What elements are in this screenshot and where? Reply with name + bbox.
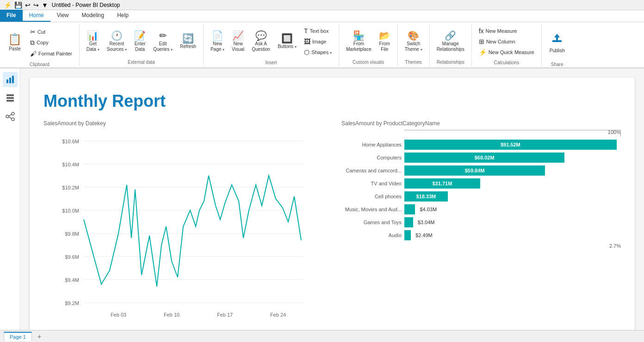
sidebar-item-model[interactable] bbox=[3, 109, 18, 124]
insert-label: Insert bbox=[206, 59, 336, 66]
tab-view[interactable]: View bbox=[50, 10, 75, 22]
bar-row-cell-phones: Cell phones $18.33M bbox=[341, 191, 621, 202]
tab-modeling[interactable]: Modeling bbox=[75, 10, 111, 22]
new-quick-measure-button[interactable]: ⚡ New Quick Measure bbox=[476, 47, 538, 57]
ask-question-button[interactable]: 💬 Ask AQuestion bbox=[248, 29, 273, 54]
paste-icon: 📋 bbox=[8, 34, 22, 45]
svg-rect-4 bbox=[6, 94, 14, 96]
sidebar-item-data[interactable] bbox=[3, 91, 18, 105]
svg-rect-2 bbox=[9, 78, 11, 83]
title-icons: ⚡ 💾 ↩ ↪ ▼ bbox=[4, 1, 48, 9]
recent-sources-button[interactable]: 🕐 RecentSources ▾ bbox=[104, 29, 130, 54]
bar-row-games: Games and Toys $3.04M bbox=[341, 217, 621, 227]
tab-file[interactable]: File bbox=[0, 10, 23, 22]
get-data-button[interactable]: 📊 GetData ▾ bbox=[83, 29, 103, 54]
from-file-button[interactable]: 📂 FromFile bbox=[376, 29, 394, 54]
charts: SalesAmount by Datekey $10.6M $10.4M $10… bbox=[43, 120, 621, 330]
text-box-icon: T bbox=[304, 27, 308, 35]
bar-row-home-appliances: Home Appliances $91.52M bbox=[341, 140, 621, 150]
external-data-group: 📊 GetData ▾ 🕐 RecentSources ▾ 📝 EnterDat… bbox=[80, 24, 204, 66]
svg-text:$9.6M: $9.6M bbox=[65, 254, 79, 260]
sidebar-item-report[interactable] bbox=[3, 72, 18, 87]
refresh-icon: 🔄 bbox=[182, 34, 194, 43]
canvas[interactable]: Monthly Report SalesAmount by Datekey $1… bbox=[20, 68, 644, 342]
themes-label: Themes bbox=[401, 59, 427, 66]
format-painter-icon: 🖌 bbox=[30, 50, 37, 57]
page-tab-1[interactable]: Page 1 bbox=[4, 332, 32, 341]
shapes-icon: ⬡ bbox=[304, 49, 310, 56]
svg-text:$10.6M: $10.6M bbox=[62, 139, 79, 144]
svg-rect-3 bbox=[12, 76, 14, 83]
shapes-button[interactable]: ⬡ Shapes ▾ bbox=[301, 47, 335, 57]
new-measure-button[interactable]: fx New Measure bbox=[476, 26, 538, 36]
marketplace-icon: 🏪 bbox=[353, 31, 365, 40]
new-page-button[interactable]: 📄 NewPage ▾ bbox=[207, 29, 228, 54]
cut-icon: ✂ bbox=[30, 28, 36, 36]
buttons-button[interactable]: 🔲 Buttons ▾ bbox=[274, 32, 300, 51]
edit-queries-icon: ✏ bbox=[159, 31, 167, 40]
insert-group: 📄 NewPage ▾ 📈 NewVisual 💬 Ask AQuestion … bbox=[204, 24, 339, 66]
add-page-button[interactable]: + bbox=[34, 332, 45, 341]
cut-button[interactable]: ✂ Cut bbox=[27, 27, 75, 37]
sidebar bbox=[0, 68, 20, 342]
bar-row-computers: Computers $68.02M bbox=[341, 153, 621, 163]
main-area: Monthly Report SalesAmount by Datekey $1… bbox=[0, 68, 644, 342]
ribbon: 📋 Paste ✂ Cut ⧉ Copy 🖌 Format Painter Cl… bbox=[0, 22, 644, 68]
new-measure-icon: fx bbox=[479, 27, 484, 35]
from-marketplace-button[interactable]: 🏪 FromMarketplace bbox=[343, 29, 374, 54]
report-page: Monthly Report SalesAmount by Datekey $1… bbox=[30, 78, 635, 342]
svg-text:$10.4M: $10.4M bbox=[62, 162, 79, 167]
share-group: Publish Share bbox=[542, 24, 573, 66]
publish-button[interactable]: Publish bbox=[545, 26, 569, 59]
svg-text:Feb 24: Feb 24 bbox=[270, 312, 286, 318]
switch-theme-button[interactable]: 🎨 SwitchTheme ▾ bbox=[402, 29, 426, 54]
publish-icon bbox=[551, 32, 564, 47]
undo-icon[interactable]: ↩ bbox=[25, 1, 31, 9]
get-data-icon: 📊 bbox=[87, 31, 99, 40]
bar-bottom-percent: 2.7% bbox=[609, 243, 621, 249]
copy-icon: ⧉ bbox=[30, 39, 35, 47]
switch-theme-icon: 🎨 bbox=[408, 31, 419, 40]
edit-queries-button[interactable]: ✏ EditQueries ▾ bbox=[150, 29, 176, 54]
custom-visuals-group: 🏪 FromMarketplace 📂 FromFile Custom visu… bbox=[339, 24, 397, 66]
relationships-group: 🔗 ManageRelationships Relationships bbox=[430, 24, 472, 66]
share-label: Share bbox=[545, 61, 570, 68]
bar-chart-title: SalesAmount by ProductCategoryName bbox=[341, 120, 621, 127]
new-visual-icon: 📈 bbox=[232, 31, 244, 40]
dropdown-icon[interactable]: ▼ bbox=[42, 1, 48, 9]
format-painter-button[interactable]: 🖌 Format Painter bbox=[27, 49, 75, 59]
copy-button[interactable]: ⧉ Copy bbox=[27, 37, 75, 48]
line-chart-title: SalesAmount by Datekey bbox=[43, 120, 323, 127]
refresh-button[interactable]: 🔄 Refresh bbox=[177, 32, 199, 51]
save-icon[interactable]: 💾 bbox=[14, 1, 22, 9]
bar-row-cameras: Cameras and camcord... $59.84M bbox=[341, 165, 621, 176]
svg-text:$9.4M: $9.4M bbox=[65, 277, 79, 283]
ribbon-tabs: File Home View Modeling Help bbox=[0, 10, 644, 22]
bar-row-tv: TV and Video $31.71M bbox=[341, 178, 621, 189]
svg-rect-5 bbox=[6, 97, 14, 99]
tab-help[interactable]: Help bbox=[111, 10, 135, 22]
image-button[interactable]: 🖼 Image bbox=[301, 37, 335, 47]
text-box-button[interactable]: T Text box bbox=[301, 26, 335, 36]
svg-text:Feb 03: Feb 03 bbox=[111, 312, 126, 318]
svg-text:$9.8M: $9.8M bbox=[65, 231, 79, 237]
bar-row-audio: Audio $2.49M bbox=[341, 230, 621, 240]
svg-text:Feb 17: Feb 17 bbox=[217, 312, 233, 318]
relationships-label: Relationships bbox=[433, 59, 469, 66]
svg-rect-0 bbox=[552, 40, 562, 42]
buttons-icon: 🔲 bbox=[281, 34, 293, 43]
manage-relationships-button[interactable]: 🔗 ManageRelationships bbox=[433, 29, 468, 54]
new-visual-button[interactable]: 📈 NewVisual bbox=[229, 29, 248, 54]
svg-point-7 bbox=[6, 115, 9, 118]
image-icon: 🖼 bbox=[304, 38, 310, 45]
svg-text:$10.0M: $10.0M bbox=[62, 208, 79, 214]
tab-home[interactable]: Home bbox=[23, 10, 50, 22]
svg-rect-1 bbox=[6, 79, 8, 83]
custom-visuals-label: Custom visuals bbox=[342, 59, 394, 66]
redo-icon[interactable]: ↪ bbox=[33, 1, 39, 9]
new-page-icon: 📄 bbox=[212, 31, 223, 40]
new-column-button[interactable]: ⊞ New Column bbox=[476, 37, 538, 47]
paste-button[interactable]: 📋 Paste bbox=[4, 26, 26, 59]
ask-question-icon: 💬 bbox=[255, 31, 267, 40]
enter-data-button[interactable]: 📝 EnterData bbox=[131, 29, 149, 54]
